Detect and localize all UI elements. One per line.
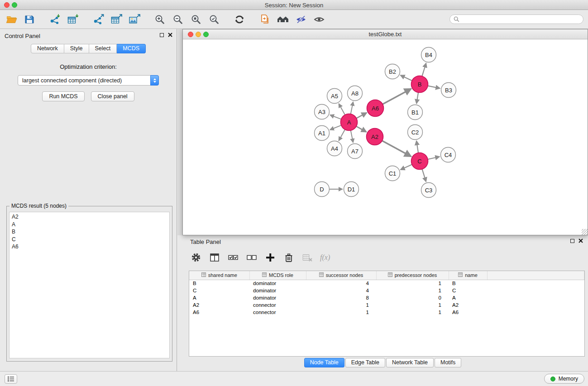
column-header-name[interactable]: name — [449, 271, 487, 280]
graph-edge-A-A4[interactable] — [339, 129, 345, 141]
zoom-in-button[interactable] — [152, 12, 167, 27]
import-table-button[interactable] — [65, 12, 81, 27]
table-cell[interactable]: A2 — [189, 301, 249, 309]
table-cell[interactable]: connector — [249, 309, 306, 316]
graph-edge-C-C2[interactable] — [416, 141, 418, 152]
net-minimize-button[interactable] — [196, 32, 201, 37]
close-panel-button[interactable]: Close panel — [91, 91, 134, 101]
graph-edge-A-A6[interactable] — [356, 113, 367, 118]
graph-edge-C-C4[interactable] — [428, 157, 440, 159]
graph-node-B2[interactable]: B2 — [385, 64, 400, 79]
graph-node-D[interactable]: D — [315, 182, 330, 197]
table-cell[interactable]: A — [189, 294, 249, 301]
graph-node-B3[interactable]: B3 — [441, 83, 456, 98]
table-cell[interactable]: 0 — [376, 294, 449, 301]
graph-node-A1[interactable]: A1 — [315, 126, 330, 141]
graph-node-C[interactable]: C — [411, 153, 428, 170]
graph-node-A8[interactable]: A8 — [348, 86, 363, 101]
table-cell[interactable]: B — [189, 280, 249, 287]
column-header-MCDS-role[interactable]: MCDS role — [249, 271, 306, 280]
table-row[interactable]: Adominator80A — [189, 294, 584, 301]
table-cell[interactable]: dominator — [249, 287, 306, 294]
table-cell[interactable]: 1 — [376, 301, 449, 309]
graph-edge-B-B3[interactable] — [428, 86, 440, 88]
table-cell[interactable]: 8 — [306, 294, 376, 301]
graph-edge-A-A7[interactable] — [351, 130, 353, 143]
graph-edge-C-C1[interactable] — [401, 165, 412, 170]
result-item[interactable]: A — [12, 221, 167, 229]
graph-node-B[interactable]: B — [411, 76, 428, 93]
graph-node-C1[interactable]: C1 — [385, 166, 400, 181]
run-mcds-button[interactable]: Run MCDS — [42, 91, 84, 101]
table-cell[interactable]: A2 — [449, 301, 487, 309]
apply-layout-button[interactable] — [232, 12, 247, 27]
result-item[interactable]: C — [12, 236, 167, 243]
result-item[interactable]: A6 — [12, 243, 167, 251]
table-settings-button[interactable] — [190, 252, 202, 263]
export-network-button[interactable] — [91, 12, 106, 27]
graph-node-A7[interactable]: A7 — [348, 144, 363, 159]
table-cell[interactable]: connector — [249, 301, 306, 309]
table-cell[interactable]: 1 — [376, 280, 449, 287]
show-panel-button[interactable] — [311, 12, 327, 27]
zoom-fit-button[interactable] — [188, 12, 204, 27]
tab-motifs[interactable]: Motifs — [435, 358, 461, 367]
graph-node-A2[interactable]: A2 — [367, 129, 383, 145]
float-table-panel-icon[interactable] — [570, 239, 574, 243]
table-cell[interactable]: dominator — [249, 294, 306, 301]
result-item[interactable]: A2 — [12, 213, 167, 221]
table-cell[interactable]: B — [449, 280, 487, 287]
task-history-button[interactable] — [5, 374, 17, 384]
delete-column-button[interactable] — [283, 252, 295, 263]
tab-network-table[interactable]: Network Table — [386, 358, 434, 367]
graph-node-B1[interactable]: B1 — [408, 105, 423, 120]
resize-grip-icon[interactable] — [582, 229, 588, 235]
import-network-button[interactable] — [47, 12, 62, 27]
graph-node-A5[interactable]: A5 — [327, 89, 342, 104]
net-zoom-button[interactable] — [203, 32, 209, 37]
graph-edge-A-A8[interactable] — [351, 102, 353, 114]
graph-node-A4[interactable]: A4 — [327, 141, 342, 156]
tab-edge-table[interactable]: Edge Table — [345, 358, 385, 367]
table-cell[interactable]: 4 — [306, 280, 376, 287]
table-row[interactable]: A2connector11A2 — [189, 301, 584, 309]
save-session-button[interactable] — [22, 12, 37, 27]
graph-edge-B-B1[interactable] — [416, 92, 418, 103]
graph-edge-C-C3[interactable] — [422, 169, 426, 182]
graph-node-B4[interactable]: B4 — [421, 48, 436, 62]
graph-node-C3[interactable]: C3 — [421, 183, 436, 198]
column-header-successor-nodes[interactable]: successor nodes — [306, 271, 376, 280]
graph-edge-A2-C[interactable] — [382, 141, 411, 157]
network-canvas[interactable]: B4B2BB3A5A8A6B1A3AC2A1A2A4A7C1CC4C3DD1 — [183, 39, 588, 235]
graph-edge-A6-B[interactable] — [382, 89, 411, 104]
tab-style[interactable]: Style — [64, 44, 89, 53]
graph-edge-B-B4[interactable] — [422, 63, 426, 76]
tab-select[interactable]: Select — [89, 44, 117, 53]
search-field[interactable] — [449, 14, 583, 24]
select-all-button[interactable] — [227, 252, 239, 263]
export-image-button[interactable] — [127, 12, 142, 27]
table-cell[interactable]: A — [449, 294, 487, 301]
net-close-button[interactable] — [188, 32, 193, 37]
graph-node-D1[interactable]: D1 — [344, 182, 359, 197]
table-cell[interactable]: 4 — [306, 287, 376, 294]
result-item[interactable]: B — [12, 228, 167, 236]
graph-node-A6[interactable]: A6 — [367, 100, 384, 117]
criterion-dropdown[interactable]: largest connected component (directed) — [18, 75, 159, 86]
table-cell[interactable]: C — [189, 287, 249, 294]
graph-edge-A-A5[interactable] — [339, 104, 345, 115]
column-header-predecessor-nodes[interactable]: predecessor nodes — [376, 271, 449, 280]
graph-edge-A-A3[interactable] — [330, 115, 341, 119]
graph-node-A[interactable]: A — [341, 114, 358, 131]
close-panel-x-icon[interactable] — [168, 33, 172, 37]
table-cell[interactable]: 1 — [306, 301, 376, 309]
graph-node-A3[interactable]: A3 — [315, 105, 330, 119]
table-cell[interactable]: A6 — [189, 309, 249, 316]
graph-node-C4[interactable]: C4 — [441, 148, 456, 162]
hide-panel-button[interactable] — [293, 12, 309, 27]
table-row[interactable]: Bdominator41B — [189, 280, 584, 287]
export-table-button[interactable] — [109, 12, 124, 27]
table-row[interactable]: A6connector11A6 — [189, 309, 584, 316]
table-row[interactable]: Cdominator41C — [189, 287, 584, 294]
network-window-titlebar[interactable]: testGlobe.txt — [183, 29, 588, 39]
